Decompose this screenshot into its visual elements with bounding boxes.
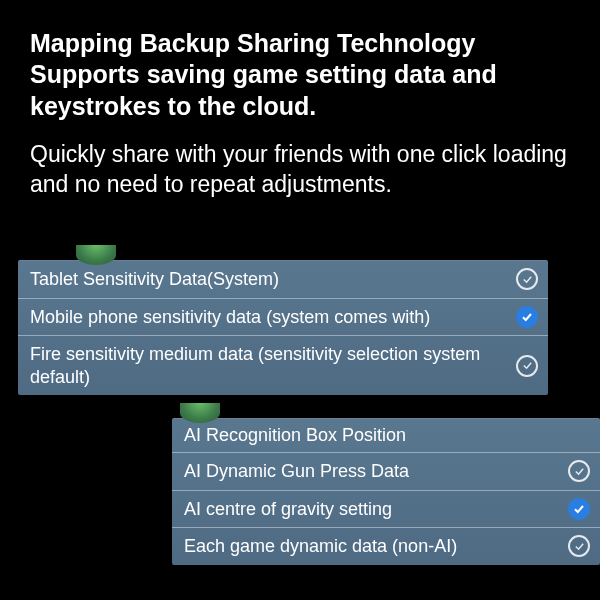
- list-item[interactable]: Tablet Sensitivity Data(System): [18, 261, 548, 299]
- check-circle-icon[interactable]: [516, 306, 538, 328]
- list-item-label: AI centre of gravity setting: [184, 498, 558, 521]
- list-item[interactable]: AI Dynamic Gun Press Data: [172, 453, 600, 491]
- orb-icon: [76, 245, 116, 265]
- panel-header: AI Recognition Box Position: [172, 419, 600, 453]
- check-circle-icon[interactable]: [516, 268, 538, 290]
- sensitivity-panel: Tablet Sensitivity Data(System) Mobile p…: [18, 260, 548, 395]
- subhead: Quickly share with your friends with one…: [0, 122, 600, 200]
- list-item-label: AI Dynamic Gun Press Data: [184, 460, 558, 483]
- check-circle-icon[interactable]: [516, 355, 538, 377]
- check-circle-icon[interactable]: [568, 535, 590, 557]
- list-item[interactable]: Each game dynamic data (non-AI): [172, 528, 600, 565]
- list-item-label: Mobile phone sensitivity data (system co…: [30, 306, 506, 329]
- list-item[interactable]: Fire sensitivity medium data (sensitivit…: [18, 336, 548, 395]
- headline: Mapping Backup Sharing Technology Suppor…: [0, 0, 600, 122]
- orb-icon: [180, 403, 220, 423]
- list-item[interactable]: Mobile phone sensitivity data (system co…: [18, 299, 548, 337]
- ai-panel: AI Recognition Box Position AI Dynamic G…: [172, 418, 600, 565]
- list-item[interactable]: AI centre of gravity setting: [172, 491, 600, 529]
- check-circle-icon[interactable]: [568, 498, 590, 520]
- list-item-label: Tablet Sensitivity Data(System): [30, 268, 506, 291]
- list-item-label: Fire sensitivity medium data (sensitivit…: [30, 343, 506, 388]
- check-circle-icon[interactable]: [568, 460, 590, 482]
- list-item-label: Each game dynamic data (non-AI): [184, 535, 558, 558]
